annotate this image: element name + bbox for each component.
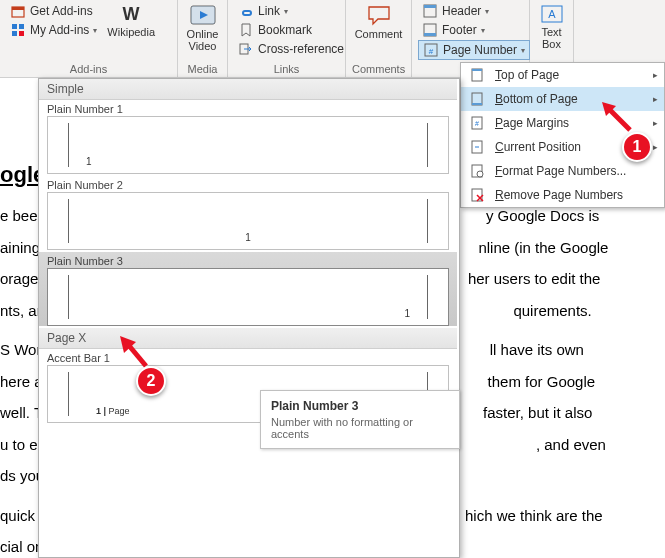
- svg-text:#: #: [429, 47, 434, 56]
- svg-rect-1: [12, 7, 24, 10]
- page-number-button[interactable]: # Page Number ▾: [418, 40, 530, 60]
- wikipedia-button[interactable]: W Wikipedia: [103, 2, 159, 40]
- format-icon: [467, 163, 487, 179]
- footer-label: Footer: [442, 23, 477, 37]
- svg-rect-4: [12, 31, 17, 36]
- top-page-icon: [467, 67, 487, 83]
- get-addins-label: Get Add-ins: [30, 4, 93, 18]
- my-addins-button[interactable]: My Add-ins ▾: [6, 21, 101, 39]
- menu-remove-label: emove Page Numbers: [504, 188, 623, 202]
- submenu-arrow-icon: ▸: [653, 70, 658, 80]
- get-addins-button[interactable]: Get Add-ins: [6, 2, 97, 20]
- menu-current-label: urrent Position: [504, 140, 581, 154]
- group-label-comments: Comments: [352, 61, 405, 77]
- submenu-arrow-icon: ▸: [653, 94, 658, 104]
- group-label-media: Media: [184, 61, 221, 77]
- menu-format-page-numbers[interactable]: Format Page Numbers...: [461, 159, 664, 183]
- gallery-item-plain-number-3[interactable]: Plain Number 3 1: [39, 252, 457, 326]
- gallery-preview: 1: [47, 268, 449, 326]
- current-pos-icon: [467, 139, 487, 155]
- menu-format-label: ormat Page Numbers...: [502, 164, 626, 178]
- tooltip-body: Number with no formatting or accents: [271, 416, 449, 440]
- tooltip-plain-number-3: Plain Number 3 Number with no formatting…: [260, 390, 460, 449]
- wikipedia-label: Wikipedia: [107, 26, 155, 38]
- bottom-of-page-gallery: Simple Plain Number 1 1 Plain Number 2 1…: [38, 78, 460, 558]
- comment-icon: [366, 4, 392, 26]
- gallery-scroll[interactable]: Simple Plain Number 1 1 Plain Number 2 1…: [39, 79, 459, 557]
- svg-rect-14: [424, 33, 436, 36]
- menu-top-label: op of Page: [501, 68, 559, 82]
- bookmark-label: Bookmark: [258, 23, 312, 37]
- text-box-label: Text Box: [541, 26, 561, 50]
- text-box-button[interactable]: A Text Box: [536, 2, 568, 52]
- comment-button[interactable]: Comment: [351, 2, 407, 42]
- my-addins-label: My Add-ins: [30, 23, 89, 37]
- annotation-marker-1: 1: [622, 132, 652, 162]
- group-label-links: Links: [234, 61, 339, 77]
- group-label-addins: Add-ins: [6, 61, 171, 77]
- gallery-header-simple: Simple: [39, 79, 457, 100]
- menu-bottom-of-page[interactable]: Bottom of Page ▸: [461, 87, 664, 111]
- gallery-item-label: Plain Number 2: [47, 178, 449, 192]
- svg-text:A: A: [548, 8, 556, 20]
- store-icon: [10, 3, 26, 19]
- link-button[interactable]: Link ▾: [234, 2, 292, 20]
- tooltip-title: Plain Number 3: [271, 399, 449, 413]
- svg-rect-22: [472, 103, 482, 105]
- comment-label: Comment: [355, 28, 403, 40]
- cross-reference-button[interactable]: Cross-reference: [234, 40, 348, 58]
- gallery-item-label: Accent Bar 1: [47, 351, 449, 365]
- online-video-button[interactable]: Online Video: [183, 2, 223, 54]
- header-button[interactable]: Header ▾: [418, 2, 493, 20]
- footer-icon: [422, 22, 438, 38]
- menu-remove-page-numbers[interactable]: Remove Page Numbers: [461, 183, 664, 207]
- remove-icon: [467, 187, 487, 203]
- gallery-preview: 1: [47, 192, 449, 250]
- svg-rect-5: [19, 31, 24, 36]
- svg-rect-2: [12, 24, 17, 29]
- bookmark-button[interactable]: Bookmark: [234, 21, 316, 39]
- submenu-arrow-icon: ▸: [653, 118, 658, 128]
- link-icon: [238, 3, 254, 19]
- annotation-marker-2: 2: [136, 366, 166, 396]
- video-icon: [189, 4, 217, 26]
- svg-rect-20: [472, 69, 482, 71]
- footer-button[interactable]: Footer ▾: [418, 21, 489, 39]
- submenu-arrow-icon: ▸: [653, 142, 658, 152]
- menu-bottom-label: ottom of Page: [503, 92, 578, 106]
- link-label: Link: [258, 4, 280, 18]
- gallery-item-label: Plain Number 1: [47, 102, 449, 116]
- online-video-label: Online Video: [187, 28, 219, 52]
- xref-icon: [238, 41, 254, 57]
- menu-margins-label: age Margins: [503, 116, 569, 130]
- svg-text:W: W: [123, 4, 140, 24]
- header-label: Header: [442, 4, 481, 18]
- bottom-page-icon: [467, 91, 487, 107]
- svg-point-28: [477, 171, 483, 177]
- gallery-item-plain-number-2[interactable]: Plain Number 2 1: [39, 176, 457, 250]
- bookmark-icon: [238, 22, 254, 38]
- wikipedia-icon: W: [119, 4, 143, 24]
- gallery-item-plain-number-1[interactable]: Plain Number 1 1: [39, 100, 457, 174]
- menu-top-of-page[interactable]: Top of Page ▸: [461, 63, 664, 87]
- gallery-header-pagex: Page X: [39, 328, 457, 349]
- page-number-label: Page Number: [443, 43, 517, 57]
- svg-rect-3: [19, 24, 24, 29]
- addins-icon: [10, 22, 26, 38]
- gallery-preview: 1: [47, 116, 449, 174]
- xref-label: Cross-reference: [258, 42, 344, 56]
- page-number-icon: #: [423, 42, 439, 58]
- svg-text:#: #: [475, 120, 479, 127]
- gallery-item-label: Plain Number 3: [47, 254, 449, 268]
- textbox-icon: A: [540, 4, 564, 24]
- header-icon: [422, 3, 438, 19]
- margins-icon: #: [467, 115, 487, 131]
- svg-rect-12: [424, 5, 436, 8]
